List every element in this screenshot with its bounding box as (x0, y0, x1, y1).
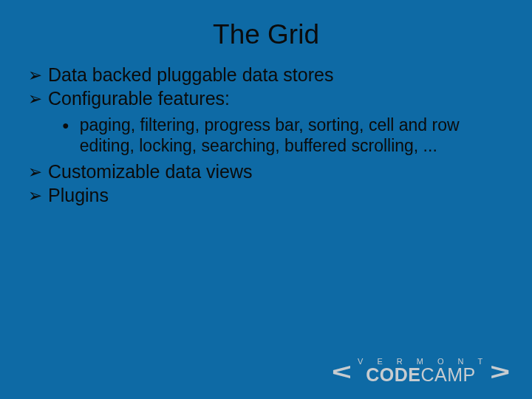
list-item: ➢ Configurable features: (28, 87, 507, 109)
arrow-icon: ➢ (28, 183, 42, 208)
list-item-label: paging, filtering, progress bar, sorting… (80, 115, 494, 156)
angle-right-icon: > (490, 364, 510, 379)
list-item-label: Data backed pluggable data stores (48, 64, 333, 86)
list-item: ● paging, filtering, progress bar, sorti… (62, 115, 507, 156)
footer-logo: < V E R M O N T CODECAMP > (318, 357, 510, 386)
arrow-icon: ➢ (28, 86, 42, 111)
arrow-icon: ➢ (28, 160, 42, 184)
logo-code: CODE (366, 364, 420, 385)
list-item: ➢ Plugins (28, 184, 507, 206)
list-item: ➢ Data backed pluggable data stores (28, 64, 507, 86)
slide: The Grid ➢ Data backed pluggable data st… (0, 0, 532, 399)
list-item-label: Plugins (48, 184, 109, 206)
slide-title: The Grid (0, 0, 532, 50)
slide-content: ➢ Data backed pluggable data stores ➢ Co… (0, 50, 532, 206)
angle-left-icon: < (332, 364, 352, 379)
logo-main-text: CODECAMP (353, 364, 488, 386)
sublist: ● paging, filtering, progress bar, sorti… (28, 111, 507, 160)
list-item-label: Configurable features: (48, 87, 230, 109)
bullet-icon: ● (62, 115, 69, 156)
list-item-label: Customizable data views (48, 160, 253, 183)
list-item: ➢ Customizable data views (28, 160, 507, 183)
arrow-icon: ➢ (28, 63, 42, 87)
logo-camp: CAMP (421, 364, 476, 385)
